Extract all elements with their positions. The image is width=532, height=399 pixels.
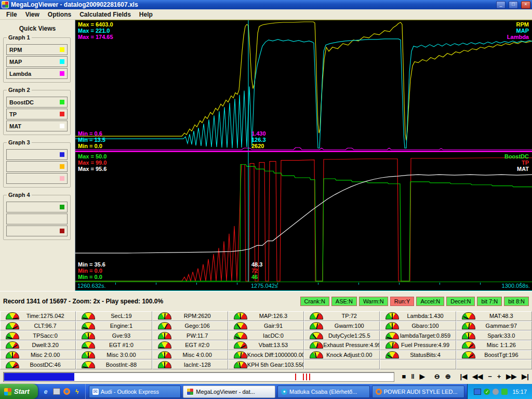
flag-accel-n[interactable]: Accel:N	[416, 297, 444, 306]
quick-view-item-mat[interactable]: MAT	[6, 121, 68, 131]
gauge-dutycycle1[interactable]: DutyCycle1:25.5	[304, 330, 380, 340]
graph1[interactable]: Max = 6403.0Max = 221.0Max = 174.65Min =…	[75, 20, 532, 151]
gauge-fuel-pressure[interactable]: Fuel Pressure:4.99	[380, 340, 456, 350]
gauge-mat[interactable]: MAT:48.3	[456, 311, 532, 321]
gauge-misc-1[interactable]: Misc 1:1.26	[456, 340, 532, 350]
gauge-dwell[interactable]: Dwell:3.20	[0, 340, 76, 350]
gauge-tp[interactable]: TP:72	[304, 311, 380, 321]
gauge-lambda[interactable]: Lambda:1.430	[380, 311, 456, 321]
stop-button[interactable]: ■	[402, 373, 406, 381]
minimize-button[interactable]: _	[496, 1, 506, 9]
gauge-exhaust-pressure[interactable]: Exhaust Pressure:4.99	[304, 340, 380, 350]
menu-options[interactable]: Options	[44, 10, 75, 19]
menu-file[interactable]: File	[2, 10, 21, 19]
quick-view-item-map[interactable]: MAP	[6, 56, 68, 67]
group-label: Graph 1	[7, 34, 32, 41]
maximize-button[interactable]: □	[509, 1, 518, 9]
gauge-iacdc[interactable]: IacDC:0	[228, 330, 304, 340]
messenger-tray-icon[interactable]	[501, 389, 508, 395]
gauge-knock-adjust[interactable]: Knock Adjust:0.00	[304, 350, 380, 360]
desktop-icon[interactable]	[53, 388, 60, 395]
gauge-boosttgt[interactable]: BoostTgt:196	[456, 350, 532, 360]
gauge-clt[interactable]: CLT:96.7	[0, 321, 76, 331]
gauge-gwarm[interactable]: Gwarm:100	[304, 321, 380, 331]
quick-view-item-tp[interactable]: TP	[6, 109, 68, 119]
quick-view-item-boostdc[interactable]: BoostDC	[6, 97, 68, 108]
flag-bit-7-n[interactable]: bit 7:N	[477, 297, 502, 306]
quick-view-item-empty[interactable]	[6, 173, 68, 184]
gauge-vbatt[interactable]: Vbatt:13.53	[228, 340, 304, 350]
internet-explorer-icon[interactable]: e	[42, 388, 50, 395]
quick-view-item-empty[interactable]	[6, 202, 68, 212]
quick-view-item-empty[interactable]	[6, 149, 68, 160]
network-icon[interactable]	[474, 389, 481, 395]
flag-run-y[interactable]: Run:Y	[390, 297, 415, 306]
gauge-egt-2[interactable]: EGT #2:0	[152, 340, 228, 350]
gauge-iacint[interactable]: IacInt:-128	[152, 360, 228, 369]
gauge-needle	[240, 345, 246, 349]
forward-button[interactable]: ▶▶	[506, 373, 516, 381]
gauge-gve[interactable]: Gve:93	[76, 330, 152, 340]
menu-calculated-fields[interactable]: Calculated Fields	[75, 10, 135, 19]
zoom-in-button[interactable]: ⊕	[445, 373, 451, 381]
gauge-gair[interactable]: Gair:91	[228, 321, 304, 331]
quick-view-item-rpm[interactable]: RPM	[6, 44, 68, 55]
gauge-tpsacc[interactable]: TPSacc:0	[0, 330, 76, 340]
gauge-statusbits[interactable]: StatusBits:4	[380, 350, 456, 360]
step-forward-button[interactable]: +	[497, 373, 501, 381]
firefox-icon	[376, 389, 382, 395]
flag-bit-8-n[interactable]: bit 8:N	[504, 297, 529, 306]
gauge-misc-2[interactable]: Misc 2:0.00	[0, 350, 76, 360]
gauge-boostdc[interactable]: BoostDC:46	[0, 360, 76, 369]
skip-start-button[interactable]: |◀	[460, 373, 468, 381]
zoom-out-button[interactable]: ⊖	[434, 373, 440, 381]
menu-view[interactable]: View	[21, 10, 44, 19]
task-audi-outlook-express[interactable]: ✉Audi - Outlook Express	[89, 385, 181, 398]
flag-crank-n[interactable]: Crank:N	[300, 297, 329, 306]
flag-ase-n[interactable]: ASE:N	[331, 297, 357, 306]
gauge-lambdatarget[interactable]: lambdaTarget:0.859	[380, 330, 456, 340]
quick-view-item-lambda[interactable]: Lambda	[6, 68, 68, 79]
scrollbar-thumb[interactable]	[4, 373, 74, 381]
gauge-map[interactable]: MAP:126.3	[228, 311, 304, 321]
firefox-icon[interactable]	[63, 388, 70, 395]
start-button[interactable]: Start	[0, 384, 38, 399]
gauge-gbaro[interactable]: Gbaro:100	[380, 321, 456, 331]
gauge-kph-5th-gear[interactable]: KPH 5th Gear:103.550	[228, 360, 304, 369]
antivirus-icon[interactable]: ✓	[484, 389, 490, 395]
play-button[interactable]: ▶	[420, 373, 425, 381]
gauge-readout: BoostDC:46	[19, 362, 75, 368]
task-power-audi-style-led[interactable]: POWER AUDI STYLE LED...	[372, 385, 464, 398]
gauge-secl[interactable]: SecL:19	[76, 311, 152, 321]
gauge-misc-4[interactable]: Misc 4:0.00	[152, 350, 228, 360]
timeline-scrollbar[interactable]	[3, 372, 394, 382]
gauge-knock-diff[interactable]: Knock Diff:1000000.00	[228, 350, 304, 360]
gauge-boostint[interactable]: BoostInt:-88	[76, 360, 152, 369]
gauge-egt-1[interactable]: EGT #1:0	[76, 340, 152, 350]
quick-view-item-empty[interactable]	[6, 225, 68, 236]
flag-warm-n[interactable]: Warm:N	[359, 297, 388, 306]
gauge-engine[interactable]: Engine:1	[76, 321, 152, 331]
gauge-gego[interactable]: Gego:106	[152, 321, 228, 331]
gauge-pw[interactable]: PW:11.7	[152, 330, 228, 340]
flag-decel-n[interactable]: Decel:N	[446, 297, 475, 306]
menu-help[interactable]: Help	[135, 10, 157, 19]
gauge-gammae[interactable]: Gammae:97	[456, 321, 532, 331]
task-matluka-csaba-el-rhet[interactable]: ●Matluka Csaba (Elérhető...	[277, 385, 370, 398]
gauge-spark[interactable]: Spark:33.0	[456, 330, 532, 340]
close-button[interactable]: ×	[521, 1, 530, 9]
quick-view-item-empty[interactable]	[6, 161, 68, 172]
step-back-button[interactable]: −	[488, 373, 492, 381]
gauge-rpm[interactable]: RPM:2620	[152, 311, 228, 321]
winamp-icon[interactable]: ϟ	[73, 388, 81, 395]
graph2[interactable]: Max = 50.0Max = 99.0Max = 95.6Min = 35.6…	[75, 152, 532, 282]
update-icon[interactable]	[493, 389, 499, 395]
quick-view-item-empty[interactable]	[6, 214, 68, 224]
task-megalogviewer-dat[interactable]: MegaLogViewer - dat...	[183, 385, 275, 398]
pause-button[interactable]: ‖	[411, 373, 414, 381]
gauge-misc-3[interactable]: Misc 3:0.00	[76, 350, 152, 360]
skip-end-button[interactable]: ▶|	[522, 373, 529, 381]
rewind-button[interactable]: ◀◀	[472, 373, 483, 381]
title-bar[interactable]: MegaLogViewer - datalog200902281607.xls …	[0, 0, 532, 9]
gauge-time[interactable]: Time:1275.042	[0, 311, 76, 321]
